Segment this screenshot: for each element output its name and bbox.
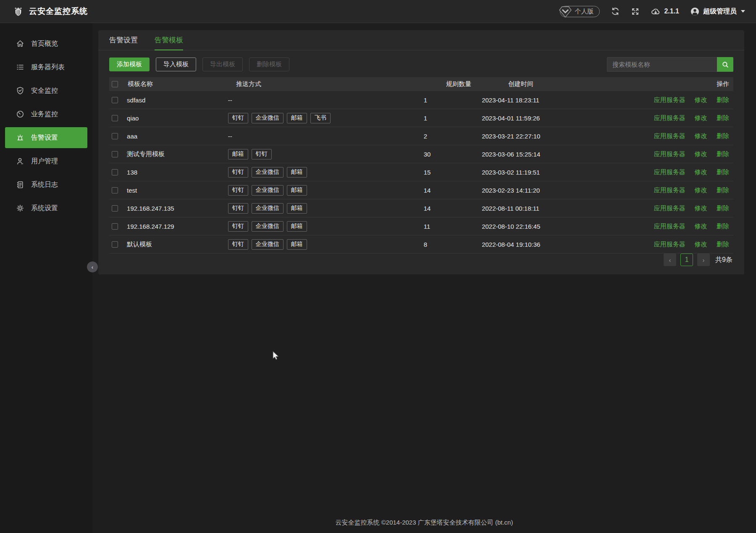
sidebar-item-label: 系统设置 [31, 204, 58, 213]
template-table: 模板名称 推送方式 规则数量 创建时间 操作 sdfasd -- 1 2023-… [109, 77, 733, 253]
caret-down-icon [741, 10, 745, 13]
shield-logo-icon [13, 6, 24, 17]
delete-link[interactable]: 删除 [717, 222, 729, 230]
chevron-left-icon: ‹ [92, 264, 93, 270]
edit-link[interactable]: 修改 [695, 114, 707, 121]
edit-link[interactable]: 修改 [695, 150, 707, 157]
row-checkbox[interactable] [112, 97, 118, 103]
row-checkbox[interactable] [112, 133, 118, 139]
sidebar-item-servers[interactable]: 服务器列表 [5, 57, 87, 78]
channel-tag: 钉钉 [228, 167, 248, 178]
column-header-push: 推送方式 [236, 80, 446, 88]
sidebar-item-security[interactable]: 安全监控 [5, 80, 87, 101]
delete-link[interactable]: 删除 [717, 240, 729, 248]
rule-count: 1 [424, 115, 482, 122]
apply-server-link[interactable]: 应用服务器 [654, 114, 685, 121]
row-checkbox[interactable] [112, 187, 118, 193]
page-number[interactable]: 1 [680, 253, 693, 266]
apply-server-link[interactable]: 应用服务器 [654, 222, 685, 230]
sidebar-item-settings[interactable]: 系统设置 [5, 198, 87, 219]
edit-link[interactable]: 修改 [695, 96, 707, 103]
row-checkbox[interactable] [112, 169, 118, 175]
delete-link[interactable]: 删除 [717, 96, 729, 103]
channel-tag: 邮箱 [287, 185, 307, 196]
column-header-actions: 操作 [685, 80, 733, 88]
channel-tag: 钉钉 [228, 221, 248, 232]
column-header-name: 模板名称 [128, 80, 236, 88]
delete-template-button[interactable]: 删除模板 [249, 57, 289, 71]
apply-server-link[interactable]: 应用服务器 [654, 240, 685, 248]
delete-link[interactable]: 删除 [717, 168, 729, 175]
sidebar-item-users[interactable]: 用户管理 [5, 151, 87, 172]
channel-tag: 钉钉 [228, 239, 248, 250]
delete-link[interactable]: 删除 [717, 186, 729, 193]
apply-server-link[interactable]: 应用服务器 [654, 96, 685, 103]
row-actions: 应用服务器 修改 删除 [646, 168, 733, 176]
sidebar-item-label: 业务监控 [31, 110, 58, 119]
row-checkbox[interactable] [112, 151, 118, 157]
tab-alert-settings[interactable]: 告警设置 [109, 30, 138, 50]
user-menu[interactable]: 超级管理员 [690, 7, 745, 16]
tab-label: 告警设置 [109, 35, 138, 45]
apply-server-link[interactable]: 应用服务器 [654, 168, 685, 175]
toolbar: 添加模板 导入模板 导出模板 删除模板 [109, 57, 733, 72]
sidebar-item-label: 安全监控 [31, 86, 58, 95]
sidebar-item-label: 告警设置 [31, 133, 58, 142]
gauge-icon [16, 110, 24, 118]
version-update[interactable]: 2.1.1 [651, 6, 679, 16]
refresh-icon[interactable] [611, 7, 620, 16]
column-header-created: 创建时间 [508, 80, 685, 88]
row-checkbox[interactable] [112, 205, 118, 212]
edit-link[interactable]: 修改 [695, 240, 707, 248]
delete-link[interactable]: 删除 [717, 204, 729, 212]
delete-link[interactable]: 删除 [717, 114, 729, 121]
rule-count: 14 [424, 205, 482, 212]
rule-count: 14 [424, 187, 482, 194]
prev-page-button[interactable]: ‹ [664, 253, 676, 266]
column-header-rules: 规则数量 [446, 80, 508, 88]
edit-link[interactable]: 修改 [695, 222, 707, 230]
tab-alert-templates[interactable]: 告警模板 [155, 30, 183, 50]
footer-copyright: 云安全监控系统 ©2014-2023 广东堡塔安全技术有限公司 (bt.cn) [92, 519, 756, 527]
edit-link[interactable]: 修改 [695, 168, 707, 175]
export-template-button[interactable]: 导出模板 [202, 57, 243, 71]
app-title: 云安全监控系统 [29, 6, 88, 17]
row-checkbox[interactable] [112, 223, 118, 230]
row-checkbox[interactable] [112, 241, 118, 248]
created-time: 2022-08-04 19:10:36 [482, 241, 646, 248]
sidebar-item-business[interactable]: 业务监控 [5, 104, 87, 125]
row-actions: 应用服务器 修改 删除 [646, 96, 733, 104]
header-actions: 个人版 2.1.1 [560, 6, 756, 17]
push-channels: 钉钉企业微信邮箱飞书 [228, 113, 424, 123]
sidebar-collapse-button[interactable]: ‹ [87, 261, 98, 272]
edition-label: 个人版 [575, 8, 593, 16]
edition-badge[interactable]: 个人版 [560, 6, 600, 17]
row-actions: 应用服务器 修改 删除 [646, 150, 733, 158]
delete-link[interactable]: 删除 [717, 150, 729, 157]
edit-link[interactable]: 修改 [695, 204, 707, 212]
sidebar-item-overview[interactable]: 首页概览 [5, 33, 87, 54]
sidebar-item-alerts[interactable]: 告警设置 [5, 127, 87, 148]
import-template-button[interactable]: 导入模板 [156, 57, 196, 71]
sidebar-item-logs[interactable]: 系统日志 [5, 174, 87, 195]
apply-server-link[interactable]: 应用服务器 [654, 132, 685, 139]
edit-link[interactable]: 修改 [695, 132, 707, 139]
next-page-button[interactable]: › [697, 253, 710, 266]
chevron-left-icon: ‹ [669, 256, 671, 264]
search-input[interactable] [607, 57, 717, 72]
row-checkbox[interactable] [112, 115, 118, 121]
rule-count: 2 [424, 133, 482, 140]
channel-tag: 企业微信 [252, 185, 284, 196]
apply-server-link[interactable]: 应用服务器 [654, 186, 685, 193]
version-label: 2.1.1 [664, 8, 679, 15]
delete-link[interactable]: 删除 [717, 132, 729, 139]
table-row: 默认模板 钉钉企业微信邮箱 8 2022-08-04 19:10:36 应用服务… [109, 235, 733, 253]
template-name: 138 [127, 169, 228, 176]
select-all-checkbox[interactable] [112, 81, 118, 87]
add-template-button[interactable]: 添加模板 [109, 57, 150, 71]
apply-server-link[interactable]: 应用服务器 [654, 204, 685, 212]
fullscreen-icon[interactable] [631, 7, 640, 16]
edit-link[interactable]: 修改 [695, 186, 707, 193]
apply-server-link[interactable]: 应用服务器 [654, 150, 685, 157]
search-button[interactable] [717, 57, 733, 72]
